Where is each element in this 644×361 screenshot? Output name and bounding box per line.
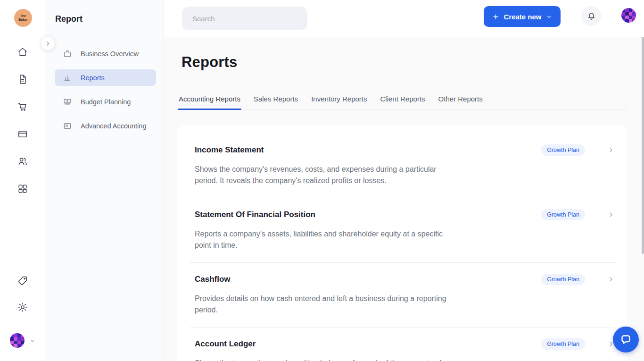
plan-badge: Growth Plan [541,338,585,350]
report-row-account-ledger[interactable]: Account Ledger Growth Plan Shows the tra… [177,327,627,361]
apps-icon[interactable] [17,183,28,194]
chevron-down-icon [29,337,36,344]
sidebar-item-label: Business Overview [81,50,139,58]
report-title: Cashflow [195,275,541,284]
sidebar-menu: Business Overview Reports Budget Plannin… [55,45,156,134]
chat-bubble-icon [619,333,632,346]
sidebar-item-reports[interactable]: Reports [55,69,156,86]
main-area: Create new Reports Accounting Reports Sa… [164,0,644,361]
search-input[interactable] [182,7,307,30]
chevron-right-icon[interactable] [608,147,614,153]
scrollbar-thumb[interactable] [642,37,644,254]
reports-list-card: Income Statement Growth Plan Shows the c… [177,126,627,361]
plan-badge: Growth Plan [541,144,585,156]
sidebar-item-label: Budget Planning [81,98,131,106]
sidebar-item-advanced-accounting[interactable]: Advanced Accounting [55,118,156,134]
report-row-cashflow[interactable]: Cashflow Growth Plan Provides details on… [177,263,627,327]
plan-badge: Growth Plan [541,209,585,220]
bar-chart-icon [63,73,72,83]
briefcase-icon [63,49,72,59]
company-logo[interactable]: The Baker [14,9,32,27]
tab-inventory-reports[interactable]: Inventory Reports [310,95,368,109]
page-title: Reports [182,54,238,71]
notifications-button[interactable] [581,6,601,26]
sidebar-item-label: Reports [81,74,105,82]
chat-widget-button[interactable] [613,327,639,353]
chevron-down-icon [546,14,552,20]
logo-text-top: The [20,14,26,18]
chevron-right-icon[interactable] [608,211,614,218]
report-row-income-statement[interactable]: Income Statement Growth Plan Shows the c… [177,134,627,198]
plus-icon [492,13,499,20]
rail-user-menu[interactable] [10,333,36,348]
tab-accounting-reports[interactable]: Accounting Reports [178,95,241,109]
settings-icon[interactable] [17,302,28,313]
logo-text-bottom: Baker [18,18,27,22]
bell-icon [586,11,596,21]
profile-avatar[interactable] [621,8,636,23]
sidebar-title: Report [55,14,83,24]
chevron-right-icon[interactable] [608,276,614,283]
sidebar-item-business-overview[interactable]: Business Overview [55,45,156,62]
contacts-icon[interactable] [17,156,28,167]
sidebar: Report Business Overview Reports Budget … [45,0,164,361]
create-new-button[interactable]: Create new [484,6,561,27]
tab-sales-reports[interactable]: Sales Reports [253,95,299,109]
report-title: Account Ledger [195,339,541,349]
document-icon[interactable] [17,74,28,85]
tag-icon[interactable] [17,275,28,286]
topbar: Create new [164,0,644,37]
report-description: Reports a company's assets, liabilities … [195,228,449,251]
report-title: Statement Of Financial Position [195,210,541,219]
tab-bar: Accounting Reports Sales Reports Invento… [178,95,627,109]
tab-client-reports[interactable]: Client Reports [380,95,426,109]
icon-rail: The Baker [0,0,45,361]
card-lines-icon [63,121,72,131]
sidebar-item-label: Advanced Accounting [81,122,146,130]
card-icon[interactable] [17,128,28,140]
report-title: Income Statement [195,145,541,155]
banknote-icon [63,97,72,107]
tab-other-reports[interactable]: Other Reports [438,95,484,109]
sidebar-item-budget-planning[interactable]: Budget Planning [55,93,156,110]
create-new-label: Create new [504,13,541,21]
sidebar-expand-button[interactable] [41,37,55,50]
user-avatar [10,333,25,348]
home-icon[interactable] [17,46,28,58]
report-description: Shows the transactions and resulting bal… [195,358,449,361]
report-description: Provides details on how cash entered and… [195,293,449,316]
report-description: Shows the company's revenues, costs, and… [195,164,449,186]
cart-icon[interactable] [17,101,28,112]
plan-badge: Growth Plan [541,274,585,285]
report-row-statement-of-financial-position[interactable]: Statement Of Financial Position Growth P… [177,198,627,263]
